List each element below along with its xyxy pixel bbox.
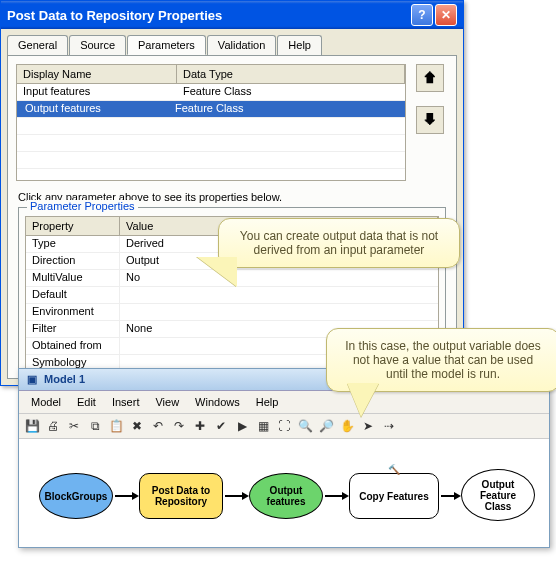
model-window: ▣ Model 1 Model Edit Insert View Windows… [18,368,550,548]
model-icon: ▣ [27,373,37,385]
tab-parameters[interactable]: Parameters [127,35,206,55]
toolbar: 💾 🖨 ✂ ⧉ 📋 ✖ ↶ ↷ ✚ ✔ ▶ ▦ ⛶ 🔍 🔎 ✋ ➤ ⇢ [19,414,549,439]
add-data-icon[interactable]: ✚ [191,417,209,435]
titlebar: Post Data to Repository Properties ? ✕ [1,1,463,29]
redo-icon[interactable]: ↷ [170,417,188,435]
save-icon[interactable]: 💾 [23,417,41,435]
node-output-features[interactable]: Output features [249,473,323,519]
menu-model[interactable]: Model [25,394,67,410]
menu-view[interactable]: View [149,394,185,410]
connector-icon [325,495,343,497]
delete-icon[interactable]: ✖ [128,417,146,435]
zoom-in-icon[interactable]: 🔍 [296,417,314,435]
parameter-grid[interactable]: Display Name Data Type Input features Fe… [16,64,406,181]
callout-text: In this case, the output variable does n… [345,339,540,381]
auto-layout-icon[interactable]: ▦ [254,417,272,435]
run-icon[interactable]: ▶ [233,417,251,435]
zoom-out-icon[interactable]: 🔎 [317,417,335,435]
connect-icon[interactable]: ⇢ [380,417,398,435]
paste-icon[interactable]: 📋 [107,417,125,435]
col-property[interactable]: Property [26,217,120,235]
col-data-type[interactable]: Data Type [177,65,405,83]
menu-bar: Model Edit Insert View Windows Help [19,391,549,414]
param-name: Input features [17,84,177,100]
node-copy-features[interactable]: 🔨Copy Features [349,473,439,519]
connector-icon [225,495,243,497]
move-down-button[interactable]: 🡇 [416,106,444,134]
print-icon[interactable]: 🖨 [44,417,62,435]
menu-edit[interactable]: Edit [71,394,102,410]
table-row[interactable]: Output features Feature Class [17,101,405,118]
param-type: Feature Class [177,84,405,100]
dialog-title: Post Data to Repository Properties [7,8,222,23]
callout-text: You can create output data that is not d… [240,229,438,257]
table-row[interactable] [17,135,405,152]
node-blockgroups[interactable]: BlockGroups [39,473,113,519]
callout-note: In this case, the output variable does n… [326,328,556,392]
table-row[interactable]: Default [26,287,438,304]
param-name: Output features [19,101,169,117]
connector-icon [115,495,133,497]
tab-strip: General Source Parameters Validation Hel… [1,29,463,55]
node-post-data[interactable]: Post Data to Repository [139,473,223,519]
copy-icon[interactable]: ⧉ [86,417,104,435]
menu-help[interactable]: Help [250,394,285,410]
undo-icon[interactable]: ↶ [149,417,167,435]
tab-help[interactable]: Help [277,35,322,55]
table-row[interactable]: Environment [26,304,438,321]
model-canvas[interactable]: BlockGroups Post Data to Repository Outp… [19,439,549,547]
hammer-icon: 🔨 [388,464,400,475]
full-extent-icon[interactable]: ⛶ [275,417,293,435]
cut-icon[interactable]: ✂ [65,417,83,435]
move-up-button[interactable]: 🡅 [416,64,444,92]
select-icon[interactable]: ➤ [359,417,377,435]
menu-insert[interactable]: Insert [106,394,146,410]
node-output-feature-class[interactable]: Output Feature Class [461,469,535,521]
table-row[interactable] [17,118,405,135]
callout-note: You can create output data that is not d… [218,218,460,268]
table-row[interactable] [17,152,405,169]
close-icon[interactable]: ✕ [435,4,457,26]
help-icon[interactable]: ? [411,4,433,26]
tab-validation[interactable]: Validation [207,35,277,55]
table-row[interactable]: Input features Feature Class [17,84,405,101]
table-row[interactable] [17,169,405,180]
pan-icon[interactable]: ✋ [338,417,356,435]
tab-general[interactable]: General [7,35,68,55]
tab-source[interactable]: Source [69,35,126,55]
col-display-name[interactable]: Display Name [17,65,177,83]
menu-windows[interactable]: Windows [189,394,246,410]
connector-icon [441,495,455,497]
param-type: Feature Class [169,101,405,117]
group-legend: Parameter Properties [27,200,138,212]
validate-icon[interactable]: ✔ [212,417,230,435]
